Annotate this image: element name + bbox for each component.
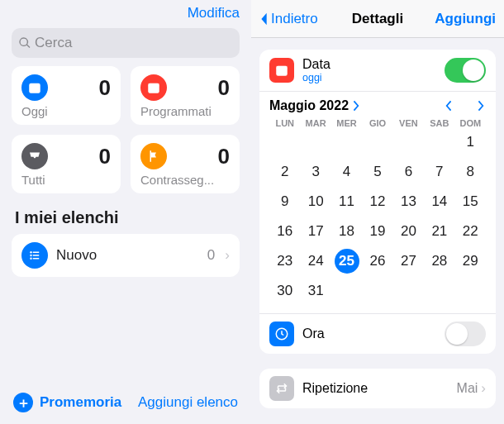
- weekday-label: MER: [331, 118, 362, 128]
- bottom-toolbar: ＋ Promemoria Aggiungi elenco: [0, 384, 251, 424]
- card-label: Tutti: [21, 173, 111, 187]
- calendar-day[interactable]: 15: [455, 189, 486, 214]
- repeat-icon: [269, 376, 294, 401]
- calendar-grid: 1234567891011121314151617181920212223242…: [269, 130, 486, 303]
- calendar-day-empty: [269, 130, 300, 155]
- list-name: Nuovo: [56, 247, 199, 264]
- date-row-labels: Data oggi: [302, 57, 436, 83]
- calendar-icon: [140, 74, 167, 101]
- edit-button[interactable]: Modifica: [188, 5, 240, 21]
- date-row[interactable]: Data oggi: [259, 50, 496, 91]
- calendar-day[interactable]: 1: [455, 130, 486, 155]
- calendar-day[interactable]: 23: [269, 249, 300, 274]
- list-item[interactable]: Nuovo 0 ›: [12, 234, 240, 277]
- new-reminder-button[interactable]: ＋ Promemoria: [13, 393, 121, 412]
- calendar-day[interactable]: 16: [269, 219, 300, 244]
- weekday-label: SAB: [424, 118, 454, 128]
- chevron-right-icon: [477, 100, 484, 112]
- next-month-button[interactable]: [474, 100, 486, 112]
- svg-point-3: [30, 251, 31, 253]
- calendar-day[interactable]: 3: [300, 160, 330, 184]
- month-label: Maggio 2022: [269, 98, 349, 113]
- chevron-left-icon: [259, 12, 269, 26]
- calendar-day[interactable]: 14: [424, 189, 454, 214]
- search-input[interactable]: Cerca: [12, 28, 240, 58]
- time-title: Ora: [302, 326, 436, 341]
- card-flagged[interactable]: 0 Contrasseg...: [131, 135, 240, 193]
- top-bar: Modifica: [0, 0, 251, 25]
- calendar-day[interactable]: 8: [455, 160, 486, 184]
- date-toggle[interactable]: [445, 58, 486, 83]
- time-toggle[interactable]: [445, 322, 486, 346]
- calendar-day[interactable]: 7: [424, 160, 454, 184]
- list-count: 0: [207, 247, 215, 264]
- card-scheduled[interactable]: 0 Programmati: [131, 66, 240, 125]
- calendar-day[interactable]: 17: [300, 219, 330, 244]
- calendar-day[interactable]: 28: [424, 249, 454, 274]
- card-count: 0: [99, 144, 111, 169]
- back-button[interactable]: Indietro: [259, 11, 318, 27]
- card-count: 0: [218, 75, 230, 101]
- calendar-day[interactable]: 31: [300, 279, 330, 303]
- calendar-picker: Maggio 2022 LUNMARMERGIOVENSABDOM 123456…: [259, 91, 496, 313]
- search-placeholder: Cerca: [35, 35, 72, 51]
- repeat-row[interactable]: Ripetizione Mai ›: [259, 369, 496, 408]
- svg-rect-10: [276, 66, 288, 69]
- add-list-button[interactable]: Aggiungi elenco: [138, 394, 238, 411]
- calendar-day[interactable]: 26: [362, 249, 392, 274]
- calendar-day[interactable]: 4: [331, 160, 362, 184]
- weekday-label: MAR: [300, 118, 330, 128]
- add-button[interactable]: Aggiungi: [435, 11, 496, 27]
- reminders-home: Modifica Cerca 25 0 Oggi 0 Programmati: [0, 0, 251, 424]
- clock-icon: [269, 322, 294, 346]
- calendar-day-empty: [393, 130, 424, 155]
- details-sheet: Indietro Dettagli Aggiungi Data oggi Mag…: [251, 0, 504, 424]
- calendar-day[interactable]: 20: [393, 219, 424, 244]
- calendar-day[interactable]: 30: [269, 279, 300, 303]
- calendar-day[interactable]: 11: [331, 189, 362, 214]
- calendar-day[interactable]: 22: [455, 219, 486, 244]
- flag-icon: [140, 143, 167, 169]
- details-content: Data oggi Maggio 2022 LUNMARMERGIOVE: [251, 38, 504, 413]
- svg-point-7: [30, 258, 31, 260]
- calendar-day[interactable]: 24: [300, 249, 330, 274]
- calendar-day[interactable]: 25: [331, 249, 362, 274]
- page-title: Dettagli: [352, 11, 403, 27]
- svg-rect-8: [33, 258, 40, 260]
- svg-rect-4: [33, 252, 40, 254]
- calendar-today-icon: 25: [21, 74, 48, 101]
- weekday-label: LUN: [269, 118, 300, 128]
- weekday-label: VEN: [393, 118, 424, 128]
- card-label: Contrasseg...: [140, 173, 230, 187]
- calendar-day[interactable]: 18: [331, 219, 362, 244]
- calendar-day[interactable]: 29: [455, 249, 486, 274]
- calendar-day[interactable]: 27: [393, 249, 424, 274]
- calendar-day[interactable]: 9: [269, 189, 300, 214]
- card-all[interactable]: 0 Tutti: [12, 135, 121, 193]
- calendar-day[interactable]: 6: [393, 160, 424, 184]
- nav-bar: Indietro Dettagli Aggiungi: [251, 0, 504, 38]
- card-today[interactable]: 25 0 Oggi: [12, 66, 121, 125]
- card-label: Programmati: [140, 104, 230, 118]
- calendar-day[interactable]: 10: [300, 189, 330, 214]
- svg-rect-6: [33, 255, 40, 256]
- calendar-day[interactable]: 2: [269, 160, 300, 184]
- card-count: 0: [218, 144, 230, 169]
- weekday-label: DOM: [455, 118, 486, 128]
- calendar-day[interactable]: 5: [362, 160, 392, 184]
- month-selector[interactable]: Maggio 2022: [269, 98, 359, 113]
- date-subtitle: oggi: [302, 72, 436, 83]
- calendar-day-empty: [362, 130, 392, 155]
- calendar-day[interactable]: 13: [393, 189, 424, 214]
- repeat-title: Ripetizione: [302, 381, 368, 396]
- card-count: 0: [99, 75, 111, 101]
- chevron-right-icon: ›: [481, 380, 486, 397]
- svg-rect-2: [148, 83, 159, 87]
- time-row[interactable]: Ora: [259, 313, 496, 354]
- calendar-day[interactable]: 21: [424, 219, 454, 244]
- prev-month-button[interactable]: [443, 100, 454, 112]
- calendar-day-empty: [331, 130, 362, 155]
- calendar-day[interactable]: 19: [362, 219, 392, 244]
- calendar-day[interactable]: 12: [362, 189, 392, 214]
- back-label: Indietro: [271, 11, 318, 27]
